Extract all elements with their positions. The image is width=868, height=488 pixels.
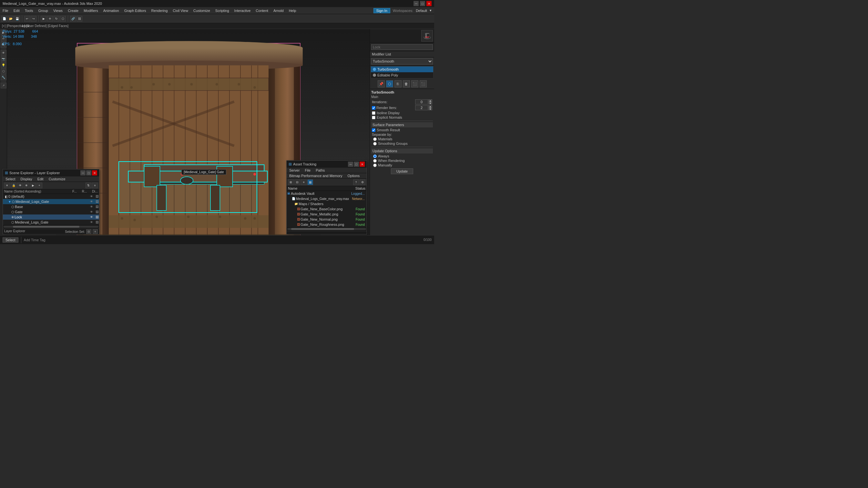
- se-selection-set-btn[interactable]: ⊟: [86, 229, 91, 234]
- menu-content[interactable]: Content: [253, 7, 271, 14]
- se-tool-filter[interactable]: ≡: [92, 183, 98, 188]
- when-rendering-radio[interactable]: [373, 159, 377, 163]
- se-menu-display[interactable]: Display: [18, 176, 35, 182]
- se-row-medieval-logs-gate[interactable]: ▼ ⬡ Medieval_Logs_Gate 👁 🖼: [3, 199, 99, 204]
- menu-customize[interactable]: Customize: [191, 7, 213, 14]
- left-tool-camera[interactable]: 📷: [1, 56, 6, 62]
- menu-rendering[interactable]: Rendering: [149, 7, 170, 14]
- se-row-medieval-nested[interactable]: ⬡ Medieval_Logs_Gate 👁 🖼: [3, 220, 99, 225]
- se-row-base[interactable]: ⬡ Base 👁 🖼: [3, 204, 99, 209]
- at-submenu-bitmap[interactable]: Bitmap Performance and Memory: [287, 173, 345, 178]
- left-tool-zoom[interactable]: 🔍: [1, 42, 6, 48]
- toolbar-open[interactable]: 📂: [8, 16, 13, 22]
- modifier-dropdown[interactable]: TurboSmooth: [371, 58, 433, 65]
- at-close-btn[interactable]: ✕: [360, 162, 365, 167]
- toolbar-save[interactable]: 💾: [14, 16, 20, 22]
- maximize-btn[interactable]: □: [420, 1, 425, 6]
- menu-animation[interactable]: Animation: [101, 7, 122, 14]
- at-tool-settings[interactable]: ⚙: [360, 179, 365, 185]
- always-radio[interactable]: [373, 155, 377, 158]
- manually-radio[interactable]: [373, 164, 377, 167]
- se-selection-set-btn2[interactable]: ≡: [93, 229, 98, 234]
- at-row-maps[interactable]: 📁 Maps / Shaders: [287, 201, 367, 206]
- se-menu-edit[interactable]: Edit: [35, 176, 46, 182]
- menu-scripting[interactable]: Scripting: [213, 7, 232, 14]
- se-tool-sort[interactable]: ⇅: [86, 183, 91, 188]
- at-menu-server[interactable]: Server: [287, 168, 302, 173]
- at-row-vault[interactable]: 🏛 Autodesk Vault Logged...: [287, 191, 367, 196]
- toolbar-unlink[interactable]: ⛓: [76, 16, 82, 22]
- left-tool-geo[interactable]: ⬡: [1, 68, 6, 74]
- se-restore-btn[interactable]: □: [86, 170, 91, 175]
- sign-in-btn[interactable]: Sign In: [373, 8, 390, 13]
- se-tool-render[interactable]: ▶: [30, 183, 36, 188]
- at-row-normal[interactable]: 🖼 Gate_New_Normal.png Found: [287, 217, 367, 222]
- left-tool-modify[interactable]: 🔧: [1, 74, 6, 80]
- left-tool-eye[interactable]: 👁: [1, 50, 6, 56]
- menu-graph-editors[interactable]: Graph Editors: [122, 7, 149, 14]
- menu-help[interactable]: Help: [286, 7, 299, 14]
- at-tool-3[interactable]: ≡: [301, 179, 307, 185]
- left-tool-paint[interactable]: ✏: [1, 36, 6, 42]
- se-tool-lock[interactable]: 🔒: [11, 183, 17, 188]
- left-tool-select[interactable]: ▶: [1, 30, 6, 35]
- at-menu-file[interactable]: File: [302, 168, 313, 173]
- se-tool-x[interactable]: ✕: [4, 183, 10, 188]
- at-titlebar[interactable]: ⊞ Asset Tracking ─ □ ✕: [287, 161, 367, 168]
- menu-views[interactable]: Views: [51, 7, 65, 14]
- at-tool-1[interactable]: ⊞: [288, 179, 294, 185]
- workspace-dropdown-icon[interactable]: ▾: [430, 8, 432, 12]
- render-iters-input[interactable]: [415, 105, 428, 110]
- left-tool-light[interactable]: 💡: [1, 62, 6, 68]
- se-row-lock[interactable]: ❄ Lock 👁 🖼: [3, 215, 99, 220]
- menu-edit[interactable]: Edit: [11, 7, 22, 14]
- toolbar-undo[interactable]: ↩: [24, 16, 30, 22]
- iterations-down[interactable]: ▼: [428, 102, 432, 104]
- at-tool-2[interactable]: ⊟: [294, 179, 300, 185]
- mod-delete-btn[interactable]: 🗑: [403, 80, 410, 88]
- close-btn[interactable]: ✕: [426, 1, 432, 6]
- materials-radio[interactable]: [373, 137, 377, 141]
- smooth-result-checkbox[interactable]: [372, 128, 375, 132]
- at-minimize-btn[interactable]: ─: [348, 162, 353, 167]
- select-button[interactable]: Select: [3, 237, 19, 242]
- toolbar-move[interactable]: ✛: [47, 16, 53, 22]
- se-row-gate[interactable]: ⬡ Gate 👁 🖼: [3, 209, 99, 215]
- menu-file[interactable]: File: [0, 7, 11, 14]
- smoothing-groups-radio[interactable]: [373, 142, 377, 145]
- menu-interactive[interactable]: Interactive: [232, 7, 253, 14]
- at-tool-help[interactable]: ?: [353, 179, 359, 185]
- se-minimize-btn[interactable]: ─: [81, 170, 86, 175]
- se-scrollbar[interactable]: [3, 225, 99, 229]
- menu-arnold[interactable]: Arnold: [271, 7, 286, 14]
- at-row-metallic[interactable]: 🖼 Gate_New_Metallic.png Found: [287, 212, 367, 217]
- iterations-input[interactable]: [415, 99, 428, 104]
- minimize-btn[interactable]: ─: [413, 1, 418, 6]
- se-tool-freeze[interactable]: ❄: [24, 183, 29, 188]
- at-submenu-options[interactable]: Options: [345, 173, 362, 178]
- mod-highlight-btn[interactable]: ⬡: [386, 80, 393, 88]
- se-menu-select[interactable]: Select: [3, 176, 18, 182]
- modifier-turbosmooth[interactable]: TurboSmooth: [371, 66, 433, 72]
- render-iters-down[interactable]: ▼: [428, 108, 432, 110]
- scene-explorer-titlebar[interactable]: ⊞ Scene Explorer - Layer Explorer ─ □ ✕: [3, 169, 99, 176]
- lock-input[interactable]: [371, 44, 433, 50]
- at-scrollbar[interactable]: [287, 227, 367, 231]
- toolbar-redo[interactable]: ↪: [31, 16, 36, 22]
- at-menu-paths[interactable]: Paths: [313, 168, 327, 173]
- explicit-normals-checkbox[interactable]: [372, 116, 375, 119]
- se-menu-customize[interactable]: Customize: [46, 176, 68, 182]
- se-tool-vis[interactable]: 👁: [17, 183, 23, 188]
- menu-modifiers[interactable]: Modifiers: [81, 7, 101, 14]
- mod-move-up-btn[interactable]: ⬛: [411, 80, 418, 88]
- at-row-basecolor[interactable]: 🖼 Gate_New_BaseColor.png Found: [287, 206, 367, 212]
- toolbar-new[interactable]: 📄: [1, 16, 7, 22]
- mod-move-down-btn[interactable]: ⬛: [420, 80, 427, 88]
- toolbar-select[interactable]: ▶: [41, 16, 46, 22]
- se-tool-add[interactable]: +: [36, 183, 42, 188]
- at-row-max-file[interactable]: 📄 Medieval_Logs_Gate_max_vray.max Networ…: [287, 196, 367, 201]
- render-iters-checkbox[interactable]: [372, 106, 375, 110]
- se-row-default[interactable]: ◧ 0 (default) 👁 🖼: [3, 194, 99, 199]
- update-button[interactable]: Update: [391, 168, 413, 174]
- toolbar-rotate[interactable]: ↻: [54, 16, 59, 22]
